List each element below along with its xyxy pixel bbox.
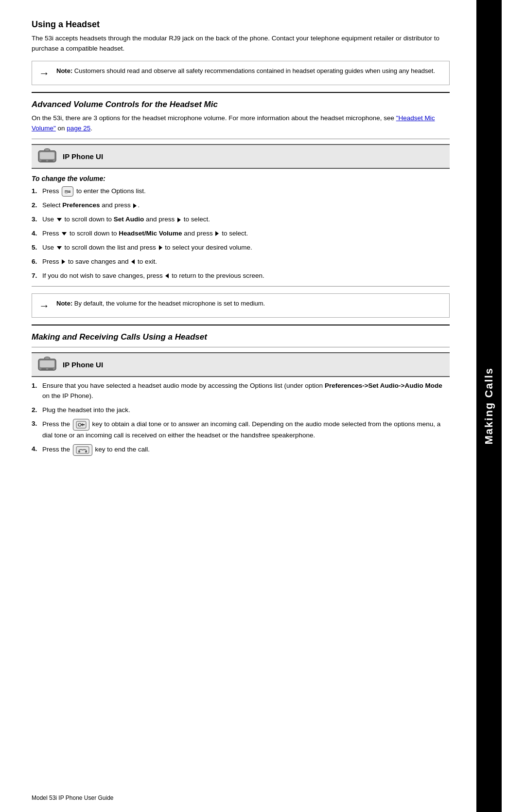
footer-left: Model 53i IP Phone User Guide	[32, 794, 114, 801]
ip-phone-bar-2: IP Phone UI	[32, 352, 450, 377]
note-arrow-icon: →	[39, 67, 50, 80]
sidebar-tab: Making Calls	[476, 0, 502, 812]
change-volume-steps: 1. Press ⊟≡ to enter the Options list. 2…	[32, 186, 450, 281]
headset-step-3-num: 3.	[32, 419, 42, 429]
step-4-num: 4.	[32, 229, 42, 239]
divider-3	[32, 286, 450, 287]
step-3-num: 3.	[32, 215, 42, 225]
headset-step-1-content: Ensure that you have selected a headset …	[42, 381, 450, 401]
step-3-bold: Set Audio	[114, 216, 144, 223]
step-4-bold: Headset/Mic Volume	[119, 230, 182, 237]
step-2-content: Select Preferences and press .	[42, 200, 450, 211]
headset-step-4-num: 4.	[32, 444, 42, 454]
options-key-icon: ⊟≡	[62, 186, 73, 197]
divider-4	[32, 325, 450, 325]
svg-rect-3	[48, 160, 53, 162]
main-content: Using a Headset The 53i accepts headsets…	[0, 0, 476, 812]
step-7: 7. If you do not wish to save changes, p…	[32, 271, 450, 281]
step-1-content: Press ⊟≡ to enter the Options list.	[42, 186, 450, 197]
headset-body: The 53i accepts headsets through the mod…	[32, 34, 450, 54]
headset-step-4-content: Press the key to end the call.	[42, 444, 450, 455]
headset-step-1-bold: Preferences->Set Audio->Audio Mode	[325, 382, 442, 389]
headset-step-3-content: Press the key to obtain a dial tone or t…	[42, 419, 450, 440]
step-1: 1. Press ⊟≡ to enter the Options list.	[32, 186, 450, 197]
step-6-content: Press to save changes and to exit.	[42, 257, 450, 267]
step-2-num: 2.	[32, 200, 42, 211]
ip-phone-label-2: IP Phone UI	[63, 361, 103, 369]
headset-step-2: 2. Plug the headset into the jack.	[32, 405, 450, 415]
step-3: 3. Use to scroll down to Set Audio and p…	[32, 215, 450, 225]
svg-rect-6	[40, 361, 54, 367]
divider-2	[32, 139, 450, 139]
arrow-down-1	[57, 218, 62, 221]
arrow-right-3	[215, 231, 219, 236]
headset-key-icon	[73, 419, 89, 430]
svg-rect-16	[78, 451, 80, 452]
footer-right: 79	[490, 794, 496, 801]
step-5-num: 5.	[32, 243, 42, 253]
advanced-text-2: on	[56, 125, 67, 132]
page-footer: Model 53i IP Phone User Guide 79	[32, 794, 496, 801]
divider-1	[32, 92, 450, 93]
step-5-content: Use to scroll down the list and press to…	[42, 243, 450, 253]
step-7-content: If you do not wish to save changes, pres…	[42, 271, 450, 281]
section-title-making-calls: Making and Receiving Calls Using a Heads…	[32, 332, 450, 342]
phone-icon-2	[37, 356, 57, 373]
ip-phone-label-1: IP Phone UI	[63, 152, 103, 161]
sidebar-tab-text: Making Calls	[483, 367, 495, 444]
arrow-right-5	[62, 259, 65, 264]
section-title-headset: Using a Headset	[32, 19, 450, 30]
arrow-right-2	[177, 217, 181, 222]
note-bold-2: Note:	[56, 300, 72, 307]
options-key-label: ⊟≡	[65, 188, 70, 196]
step-4: 4. Press to scroll down to Headset/Mic V…	[32, 229, 450, 239]
note-arrow-icon-2: →	[39, 300, 50, 312]
note-text-1: Note: Customers should read and observe …	[56, 66, 435, 76]
change-volume-subheading: To change the volume:	[32, 175, 450, 182]
page-wrapper: Using a Headset The 53i accepts headsets…	[0, 0, 525, 812]
note-box-2: → Note: By default, the volume for the h…	[32, 293, 450, 318]
arrow-left-2	[165, 273, 169, 278]
note-box-1: → Note: Customers should read and observ…	[32, 61, 450, 85]
svg-point-4	[44, 148, 50, 151]
end-key-icon	[73, 444, 92, 455]
step-3-content: Use to scroll down to Set Audio and pres…	[42, 215, 450, 225]
arrow-down-2	[62, 232, 67, 235]
headset-step-1-num: 1.	[32, 381, 42, 391]
svg-rect-1	[40, 152, 54, 159]
step-4-content: Press to scroll down to Headset/Mic Volu…	[42, 229, 450, 239]
headset-step-2-content: Plug the headset into the jack.	[42, 405, 450, 415]
svg-rect-17	[85, 451, 87, 452]
step-2-bold: Preferences	[62, 201, 100, 209]
step-1-num: 1.	[32, 186, 42, 197]
phone-icon-1	[37, 148, 57, 165]
svg-rect-7	[41, 368, 46, 370]
svg-rect-2	[41, 160, 46, 162]
svg-rect-8	[48, 368, 53, 370]
step-6-num: 6.	[32, 257, 42, 267]
advanced-volume-body: On the 53i, there are 3 options for the …	[32, 113, 450, 134]
arrow-right-4	[159, 245, 162, 250]
svg-rect-12	[81, 424, 85, 425]
section-title-advanced: Advanced Volume Controls for the Headset…	[32, 100, 450, 109]
step-6: 6. Press to save changes and to exit.	[32, 257, 450, 267]
step-7-num: 7.	[32, 271, 42, 281]
step-2: 2. Select Preferences and press .	[32, 200, 450, 211]
divider-5	[32, 347, 450, 347]
advanced-text-1: On the 53i, there are 3 options for the …	[32, 114, 396, 122]
headset-step-2-num: 2.	[32, 405, 42, 415]
advanced-text-3: .	[90, 125, 92, 132]
note-text-2: Note: By default, the volume for the hea…	[56, 299, 265, 308]
ip-phone-bar-1: IP Phone UI	[32, 144, 450, 169]
arrow-right-1	[133, 203, 137, 208]
page-25-link[interactable]: page 25	[67, 125, 90, 132]
headset-step-4: 4. Press the key to end the call.	[32, 444, 450, 455]
arrow-left-1	[131, 259, 135, 264]
headset-step-3: 3. Press the key to obtain a dial tone o…	[32, 419, 450, 440]
headset-steps-list: 1. Ensure that you have selected a heads…	[32, 381, 450, 456]
note-bold: Note:	[56, 67, 72, 74]
svg-point-9	[44, 357, 50, 359]
arrow-down-3	[57, 246, 62, 250]
note-content-2: By default, the volume for the headset m…	[74, 300, 265, 307]
headset-step-1: 1. Ensure that you have selected a heads…	[32, 381, 450, 401]
